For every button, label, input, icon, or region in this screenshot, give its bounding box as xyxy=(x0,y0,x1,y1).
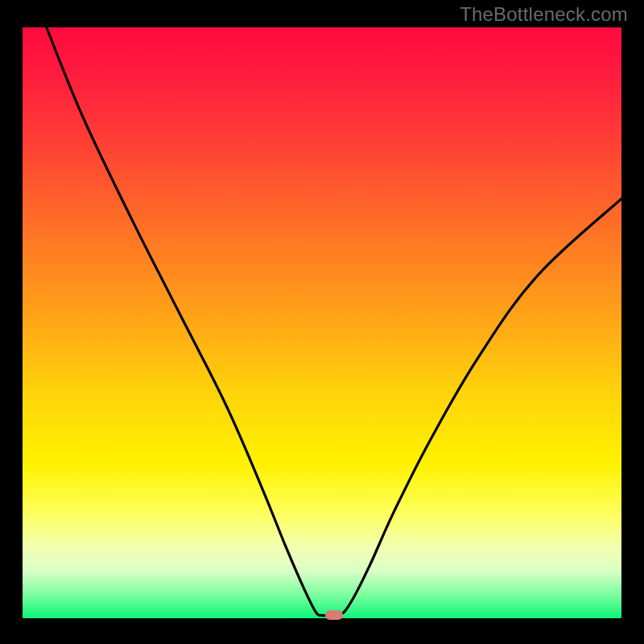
watermark-text: TheBottleneck.com xyxy=(460,3,628,26)
curve-path xyxy=(47,27,621,617)
bottleneck-curve xyxy=(23,27,621,618)
plot-area xyxy=(23,27,621,618)
chart-frame: TheBottleneck.com xyxy=(0,0,644,644)
valley-marker xyxy=(325,610,343,620)
